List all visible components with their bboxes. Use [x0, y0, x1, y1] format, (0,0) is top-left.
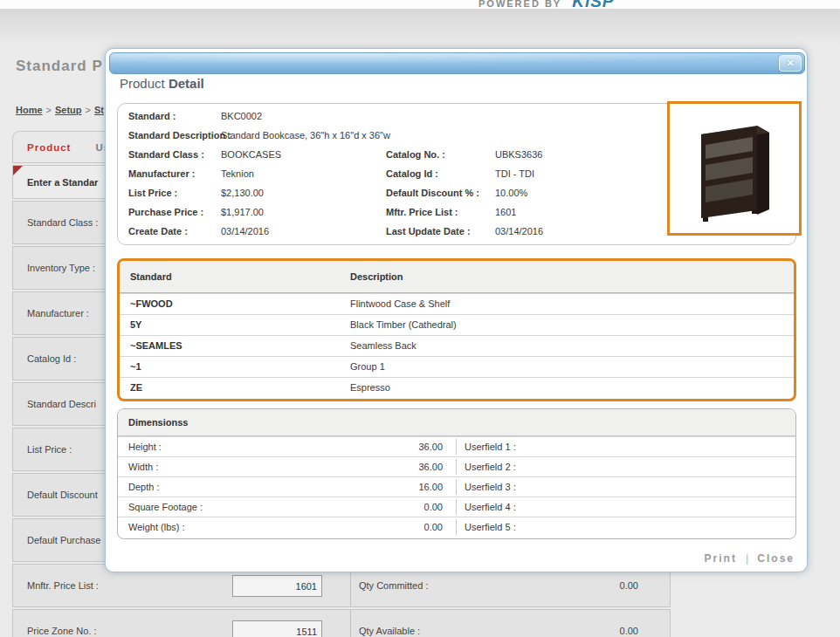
- cell-divider: [456, 459, 457, 475]
- breadcrumb: Home>Setup>St: [16, 105, 104, 115]
- close-button[interactable]: Close: [757, 552, 795, 565]
- userfield-label: Userfield 2 :: [465, 462, 516, 472]
- info-label: Purchase Price :: [128, 207, 203, 217]
- info-label: Standard Description :: [128, 130, 231, 140]
- breadcrumb-separator: >: [46, 105, 52, 115]
- cell-divider: [350, 610, 351, 637]
- info-value: BKC0002: [221, 111, 262, 121]
- page-title: Standard P: [16, 58, 103, 75]
- dimension-value: 0.00: [355, 522, 443, 532]
- field-label: Manufacturer :: [27, 308, 89, 318]
- modal-titlebar: ✕: [109, 52, 805, 74]
- qty-available-label: Qty Available :: [359, 626, 420, 636]
- info-label: Catalog No. :: [386, 149, 445, 160]
- info-value: BOOKCASES: [221, 149, 281, 160]
- table-row: Weight (lbs) : 0.00 Userfield 5 :: [118, 517, 795, 537]
- table-row: Square Footage : 0.00 Userfield 4 :: [118, 497, 795, 517]
- standard-description: Group 1: [350, 361, 385, 372]
- table-row: Depth : 16.00 Userfield 3 :: [118, 476, 795, 497]
- cell-divider: [456, 519, 457, 535]
- info-label: Mftr. Price List :: [386, 207, 458, 217]
- field-label: Standard Descri: [27, 399, 96, 409]
- field-label: Mnftr. Price List :: [27, 580, 99, 591]
- dimension-label: Width :: [128, 462, 158, 472]
- dimension-value: 0.00: [355, 502, 443, 512]
- info-value: $1,917.00: [221, 207, 264, 217]
- standard-description: Black Timber (Cathedral): [350, 319, 457, 330]
- breadcrumb-setup[interactable]: Setup: [55, 105, 82, 115]
- info-value: 10.00%: [495, 188, 527, 198]
- userfield-label: Userfield 4 :: [465, 502, 516, 512]
- info-label: Standard :: [128, 111, 176, 121]
- modal-title-detail: Detail: [169, 76, 204, 91]
- info-label: List Price :: [128, 188, 177, 198]
- info-label: Create Date :: [128, 226, 188, 236]
- dimensions-title: Dimensionss: [118, 409, 795, 436]
- qty-committed-value: 0.00: [551, 580, 638, 591]
- breadcrumb-home[interactable]: Home: [16, 105, 43, 115]
- info-label: Last Update Date :: [386, 226, 471, 236]
- standard-code: ~SEAMLES: [130, 340, 182, 351]
- table-row: ~SEAMLES Seamless Back: [120, 335, 794, 356]
- price-zone-input[interactable]: [232, 620, 322, 637]
- dimension-value: 36.00: [355, 442, 443, 452]
- standard-description: Seamless Back: [350, 340, 417, 351]
- standard-code: ZE: [130, 382, 142, 393]
- dimension-label: Height :: [128, 442, 162, 452]
- modal-title-product: Product: [120, 76, 165, 91]
- product-image: [667, 101, 802, 236]
- info-value: 03/14/2016: [221, 226, 269, 236]
- standard-code: ~1: [130, 361, 141, 372]
- standards-table-header: Standard Description: [120, 261, 794, 293]
- dimension-value: 16.00: [355, 482, 443, 492]
- cell-divider: [456, 479, 457, 495]
- close-icon[interactable]: ✕: [779, 55, 802, 72]
- field-label: Default Discount: [27, 490, 98, 500]
- column-header-standard: Standard: [130, 271, 172, 282]
- dimension-value: 36.00: [355, 462, 443, 472]
- userfield-label: Userfield 1 :: [465, 442, 516, 452]
- kisp-logo: KiSP: [572, 0, 614, 9]
- dimensions-table: Dimensionss Height : 36.00 Userfield 1 :…: [117, 408, 796, 539]
- standard-description: Espresso: [350, 382, 390, 393]
- info-label: Catalog Id :: [386, 168, 438, 179]
- breadcrumb-standard[interactable]: St: [94, 105, 104, 115]
- table-row: ~1 Group 1: [120, 356, 794, 377]
- table-row: ~FWOOD Flintwood Case & Shelf: [120, 293, 794, 314]
- required-flag-icon: [13, 166, 23, 175]
- table-row: Height : 36.00 Userfield 1 :: [118, 436, 795, 456]
- dimension-label: Square Footage :: [128, 502, 203, 512]
- info-label: Default Discount % :: [386, 188, 479, 198]
- standard-code: 5Y: [130, 319, 141, 330]
- userfield-label: Userfield 5 :: [465, 522, 516, 532]
- column-header-description: Description: [350, 271, 403, 282]
- table-row: 5Y Black Timber (Cathedral): [120, 314, 794, 335]
- standard-code: ~FWOOD: [130, 298, 173, 309]
- info-value: UBKS3636: [495, 149, 542, 160]
- cell-divider: [456, 439, 457, 455]
- tab-product[interactable]: Product: [27, 142, 71, 153]
- info-value: TDI - TDI: [495, 168, 534, 179]
- userfield-label: Userfield 3 :: [465, 482, 516, 492]
- mnftr-price-list-input[interactable]: [232, 575, 322, 597]
- field-label: Standard Class :: [27, 217, 98, 228]
- field-label: List Price :: [27, 444, 72, 455]
- field-label: Catalog Id :: [27, 353, 76, 364]
- info-value: 03/14/2016: [495, 226, 543, 236]
- modal-title: Product Detail: [120, 76, 204, 91]
- form-row-price-zone: Price Zone No. : Qty Available : 0.00: [12, 609, 671, 637]
- info-value: Teknion: [221, 168, 254, 179]
- qty-committed-label: Qty Committed :: [359, 580, 428, 591]
- field-label: Inventory Type :: [27, 263, 95, 273]
- dimension-label: Weight (lbs) :: [128, 522, 185, 532]
- info-value: $2,130.00: [221, 188, 264, 198]
- modal-footer: Print | Close: [705, 551, 795, 565]
- standards-table: Standard Description ~FWOOD Flintwood Ca…: [117, 258, 796, 401]
- powered-by-logo: POWERED BY KiSP: [479, 0, 615, 9]
- top-header-band: POWERED BY KiSP: [0, 0, 840, 9]
- powered-by-text: POWERED BY: [479, 0, 561, 9]
- cell-divider: [456, 499, 457, 515]
- print-button[interactable]: Print: [705, 552, 737, 565]
- footer-divider: |: [746, 551, 748, 565]
- standard-description: Flintwood Case & Shelf: [350, 298, 450, 309]
